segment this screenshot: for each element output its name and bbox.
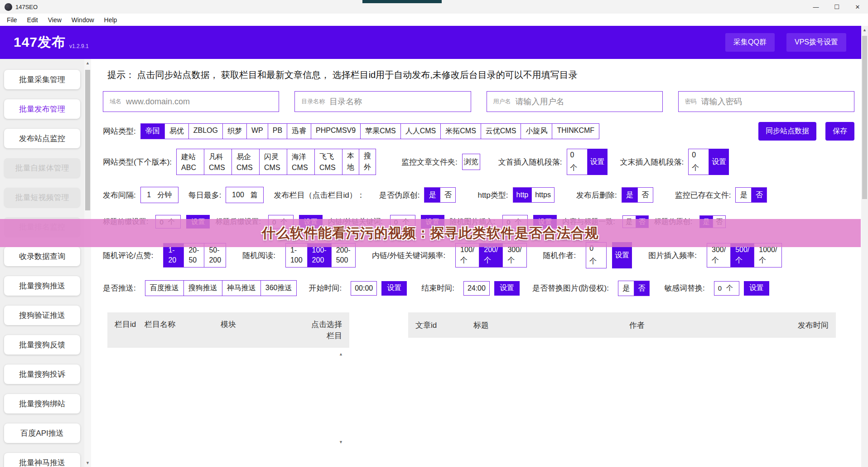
username-input[interactable] bbox=[516, 97, 656, 107]
directory-input[interactable] bbox=[329, 97, 464, 107]
scroll-up-icon[interactable]: ▲ bbox=[861, 27, 868, 33]
menu-item[interactable]: View bbox=[43, 16, 67, 24]
toggle-option[interactable]: 是 bbox=[618, 281, 634, 296]
cms-next-option[interactable]: 易企 CMS bbox=[231, 149, 260, 175]
article-table-body[interactable] bbox=[408, 338, 836, 438]
cms-next-option[interactable]: 闪灵 CMS bbox=[259, 149, 287, 175]
cms-type-option[interactable]: 迅睿 bbox=[287, 123, 311, 139]
toggle-option[interactable]: 是 bbox=[622, 188, 637, 202]
end-time-set-button[interactable]: 设置 bbox=[494, 281, 520, 296]
domain-input[interactable] bbox=[126, 97, 272, 107]
header-action-button[interactable]: 采集QQ群 bbox=[725, 33, 775, 52]
minimize-icon[interactable]: — bbox=[805, 0, 826, 14]
toggle-option[interactable]: 是 bbox=[736, 188, 751, 202]
cms-next-option[interactable]: 建站 ABC bbox=[176, 149, 204, 175]
start-time-input[interactable]: 00:00 bbox=[351, 281, 377, 296]
cms-next-option[interactable]: 飞飞 CMS bbox=[314, 149, 342, 175]
column-table-body[interactable] bbox=[107, 348, 349, 448]
sidebar-item[interactable]: 搜狗验证推送 bbox=[4, 306, 80, 325]
sidebar-item[interactable]: 批量神马推送 bbox=[4, 453, 80, 467]
cms-type-option[interactable]: 小旋风 bbox=[521, 123, 552, 139]
save-button[interactable]: 保存 bbox=[825, 122, 854, 141]
para-tail-count-input[interactable]: 0 个 bbox=[688, 149, 709, 175]
username-field[interactable]: 用户名 bbox=[487, 91, 663, 112]
password-input[interactable] bbox=[701, 97, 848, 107]
menu-item[interactable]: Edit bbox=[22, 16, 43, 24]
para-tail-label: 文末插入随机段落: bbox=[620, 157, 684, 167]
daily-max-input[interactable]: 100 篇 bbox=[226, 187, 264, 203]
scrollbar-thumb[interactable] bbox=[862, 36, 867, 199]
sync-site-button[interactable]: 同步站点数据 bbox=[758, 122, 816, 141]
cms-next-option[interactable]: 凡科 CMS bbox=[204, 149, 232, 175]
push-option[interactable]: 神马推送 bbox=[222, 280, 261, 296]
toggle-option[interactable]: 否 bbox=[637, 188, 653, 202]
toggle-option[interactable]: 否 bbox=[751, 188, 767, 202]
scroll-down-icon[interactable]: ▼ bbox=[84, 460, 91, 466]
sidebar-scrollbar[interactable]: ▲ ▼ bbox=[84, 59, 91, 467]
cms-next-label: 网站类型(下个版本): bbox=[103, 157, 172, 167]
cms-type-option[interactable]: 米拓CMS bbox=[440, 123, 481, 139]
cms-type-option[interactable]: WP bbox=[246, 123, 268, 139]
sidebar-item[interactable]: 发布站点监控 bbox=[4, 129, 80, 148]
sidebar-item[interactable]: 批量搜狗绑站 bbox=[4, 394, 80, 413]
cms-type-option[interactable]: 帝国 bbox=[140, 123, 165, 139]
browse-button[interactable]: 浏览 bbox=[462, 154, 480, 170]
sidebar-item[interactable]: 批量采集管理 bbox=[4, 70, 80, 89]
close-icon[interactable]: ✕ bbox=[847, 0, 868, 14]
cms-type-option[interactable]: 苹果CMS bbox=[360, 123, 401, 139]
menu-item[interactable]: Help bbox=[99, 16, 122, 24]
menu-item[interactable]: Window bbox=[67, 16, 99, 24]
toggle-option[interactable]: 是 bbox=[424, 188, 440, 202]
push-option[interactable]: 360推送 bbox=[260, 280, 297, 296]
app-icon bbox=[5, 3, 12, 11]
sensitive-input[interactable]: 0个 bbox=[714, 281, 739, 296]
cms-type-option[interactable]: 易优 bbox=[164, 123, 189, 139]
sensitive-set-button[interactable]: 设置 bbox=[744, 281, 769, 296]
column-header: 栏目id bbox=[115, 319, 145, 330]
sidebar-item[interactable]: 收录数据查询 bbox=[4, 247, 80, 266]
start-time-set-button[interactable]: 设置 bbox=[381, 281, 407, 296]
scroll-up-icon[interactable]: ▲ bbox=[338, 351, 344, 357]
toggle-option[interactable]: http bbox=[513, 188, 532, 202]
directory-field[interactable]: 目录名称 bbox=[294, 91, 471, 112]
cms-type-option[interactable]: PHPCMSV9 bbox=[311, 123, 361, 139]
sidebar-item[interactable]: 百度API推送 bbox=[4, 423, 80, 443]
sidebar-item[interactable]: 批量发布管理 bbox=[4, 99, 80, 119]
main-scrollbar[interactable]: ▲ bbox=[861, 26, 868, 467]
cms-type-option[interactable]: 人人CMS bbox=[400, 123, 441, 139]
site-credentials-row: 域名 目录名称 用户名 密码 bbox=[103, 91, 854, 112]
password-field[interactable]: 密码 bbox=[678, 91, 854, 112]
header-action-button[interactable]: VPS拨号设置 bbox=[786, 33, 846, 52]
sidebar-item[interactable]: 批量搜狗投诉 bbox=[4, 365, 80, 384]
menu-item[interactable]: File bbox=[2, 16, 22, 24]
sidebar-item[interactable]: 批量自媒体管理 bbox=[4, 158, 80, 178]
toggle-option[interactable]: 否 bbox=[634, 281, 649, 296]
para-head-set-button[interactable]: 设置 bbox=[588, 149, 608, 175]
cms-next-option[interactable]: 本 地 bbox=[342, 149, 359, 175]
toggle-option[interactable]: 否 bbox=[440, 188, 455, 202]
scrollbar-thumb[interactable] bbox=[85, 70, 90, 210]
push-option[interactable]: 百度推送 bbox=[145, 280, 184, 296]
cms-type-option[interactable]: PB bbox=[268, 123, 287, 139]
column-table-scrollbar[interactable]: ▲ ▼ bbox=[338, 351, 344, 445]
para-tail-set-button[interactable]: 设置 bbox=[709, 149, 729, 175]
cms-type-option[interactable]: THINKCMF bbox=[552, 123, 599, 139]
maximize-icon[interactable]: ☐ bbox=[826, 0, 847, 14]
cms-type-option[interactable]: 织梦 bbox=[222, 123, 247, 139]
scroll-up-icon[interactable]: ▲ bbox=[84, 60, 91, 66]
cms-next-option[interactable]: 海洋 CMS bbox=[287, 149, 315, 175]
cms-type-option[interactable]: ZBLOG bbox=[188, 123, 223, 139]
push-option[interactable]: 搜狗推送 bbox=[183, 280, 222, 296]
para-head-count-input[interactable]: 0 个 bbox=[567, 149, 588, 175]
cms-next-option[interactable]: 搜 外 bbox=[359, 149, 376, 175]
interval-input[interactable]: 1 分钟 bbox=[140, 187, 178, 203]
toggle-option[interactable]: https bbox=[531, 188, 554, 202]
scroll-down-icon[interactable]: ▼ bbox=[338, 439, 344, 445]
sidebar-item[interactable]: 批量短视频管理 bbox=[4, 188, 80, 207]
domain-field[interactable]: 域名 bbox=[103, 91, 279, 112]
sidebar-item[interactable]: 批量搜狗反馈 bbox=[4, 335, 80, 355]
sidebar-item[interactable]: 批量搜狗推送 bbox=[4, 276, 80, 296]
directory-label: 目录名称 bbox=[301, 97, 325, 106]
end-time-input[interactable]: 24:00 bbox=[463, 281, 490, 296]
cms-type-option[interactable]: 云优CMS bbox=[481, 123, 521, 139]
